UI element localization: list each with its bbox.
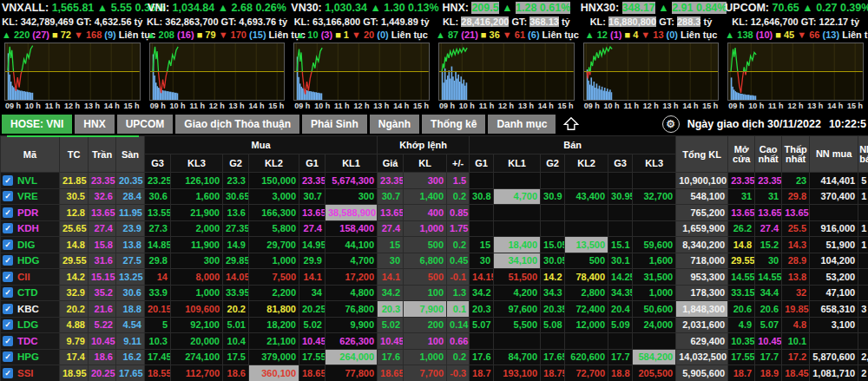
row-checkbox[interactable]: ✓ — [3, 304, 13, 314]
row-checkbox[interactable]: ✓ — [3, 175, 13, 186]
ticker-symbol[interactable]: KDH — [17, 223, 39, 233]
col-header-foreign-sell-clipped[interactable]: NN bán — [858, 136, 868, 173]
index-panel-upcom[interactable]: UPCOM: 70.65 ▲ 0.27 0.39%KL: 12,646,700 … — [725, 1, 866, 112]
ticker-symbol[interactable]: DIG — [17, 240, 35, 250]
row-checkbox[interactable]: ✓ — [3, 240, 13, 250]
tab-thong-ke[interactable]: Thống kê — [422, 115, 485, 134]
ticker-symbol[interactable]: PDR — [17, 207, 38, 218]
cell-match-chg: 1.75 — [447, 220, 470, 237]
col-header-sell-kl3[interactable]: KL3 — [633, 154, 676, 173]
col-header-buy-g1[interactable]: G1 — [299, 154, 326, 173]
index-panel-vnxall[interactable]: VNXALL: 1,565.81 ▲ 5.55 0.36%KL: 342,789… — [2, 1, 143, 112]
cell-nn-sell-clipped: 5 — [858, 173, 868, 189]
time-tick-label: 15 h — [702, 101, 718, 112]
col-header-reference[interactable]: TC — [60, 136, 89, 173]
col-header-buy-kl2[interactable]: KL2 — [249, 154, 299, 173]
cell-tran: 10.45 — [89, 333, 116, 350]
col-header-match-price[interactable]: Giá — [378, 154, 404, 173]
ticker-symbol[interactable]: HPG — [17, 351, 39, 362]
ticker-symbol[interactable]: KBC — [17, 304, 39, 314]
ticker-symbol[interactable]: NVL — [17, 175, 37, 186]
cell-high: 15.2 — [755, 237, 782, 253]
ticker-symbol[interactable]: VRE — [17, 191, 38, 201]
index-panel-hnx[interactable]: HNX: 209.5 ▲ 1.28 0.61%KL: 28,416,200 GT… — [436, 1, 577, 112]
col-header-sell-g1[interactable]: G1 — [470, 154, 494, 173]
row-checkbox[interactable]: ✓ — [3, 319, 13, 330]
index-chart-box — [727, 43, 864, 101]
col-header-sell-kl2[interactable]: KL2 — [565, 154, 608, 173]
cell-buy-g2: 10.4 — [223, 333, 249, 350]
tab-hnx[interactable]: HNX — [75, 115, 114, 134]
col-header-high[interactable]: Cao nhất — [755, 136, 782, 173]
time-tick-label: 09 h — [294, 101, 310, 112]
row-checkbox[interactable]: ✓ — [3, 351, 13, 362]
cell-buy-kl3: 20,000 — [171, 333, 223, 350]
price-board-table: Mã TC Trần Sàn Mua Khớp lệnh Bán Tổng KL… — [0, 135, 868, 381]
row-checkbox[interactable]: ✓ — [3, 207, 13, 218]
row-checkbox[interactable]: ✓ — [3, 287, 13, 298]
col-header-total-volume[interactable]: Tổng KL — [676, 136, 728, 173]
ticker-symbol[interactable]: HDG — [17, 255, 40, 266]
col-header-buy-kl1[interactable]: KL1 — [326, 154, 378, 173]
symbol-cell: ✓CII — [1, 269, 60, 286]
col-header-buy-g3[interactable]: G3 — [145, 154, 171, 173]
symbol-wrap: ✓VRE — [3, 191, 57, 201]
col-header-low[interactable]: Thấp nhất — [782, 136, 810, 173]
cell-match-chg: 1.5 — [447, 173, 470, 189]
row-checkbox[interactable]: ✓ — [3, 368, 13, 378]
cell-sell-g1: 18.7 — [470, 365, 494, 381]
row-checkbox[interactable]: ✓ — [3, 191, 13, 201]
col-header-buy-kl3[interactable]: KL3 — [171, 154, 223, 173]
cell-sell-kl3: 1,000 — [633, 285, 676, 301]
unchanged-count: ■ 79 — [194, 30, 216, 40]
col-header-match-change[interactable]: +/- — [447, 154, 470, 173]
time-tick-label: 09 h — [728, 101, 744, 112]
tab-danh-muc[interactable]: Danh mục — [488, 115, 556, 134]
col-header-sell-g3[interactable]: G3 — [608, 154, 633, 173]
decliners-count: ▼ 20 — [349, 30, 374, 40]
tab-nganh[interactable]: Ngành — [370, 115, 419, 134]
session-status: Liên tục — [389, 30, 428, 40]
cell-open: 10.35 — [728, 333, 755, 350]
cell-buy-kl3: 1,000 — [171, 285, 223, 301]
row-checkbox[interactable]: ✓ — [3, 272, 13, 282]
index-panel-hnx30[interactable]: HNX30: 348.17 ▲ 2.91 0.84%KL: 16,880,800… — [581, 1, 722, 112]
col-header-sell-g2[interactable]: G2 — [541, 154, 565, 173]
index-panel-vni[interactable]: VNI: 1,034.84 ▲ 2.68 0.26%KL: 362,863,70… — [147, 1, 288, 112]
cell-buy-kl3: 1,600 — [171, 188, 223, 205]
cell-buy-kl2: 21,100 — [249, 333, 299, 350]
row-checkbox[interactable]: ✓ — [3, 336, 13, 346]
col-header-symbol[interactable]: Mã — [1, 136, 60, 173]
cell-buy-kl1: 300 — [326, 188, 378, 205]
index-panel-vn30[interactable]: VN30: 1,030.34 ▲ 1.30 0.13%KL: 63,166,80… — [291, 1, 432, 112]
tab-giao-dich-thoa-thuan[interactable]: Giao dịch Thỏa thuận — [175, 115, 299, 134]
cell-sell-kl3: 205,500 — [633, 365, 676, 381]
ticker-symbol[interactable]: LDG — [17, 319, 38, 330]
index-intraday-chart — [5, 43, 140, 100]
col-header-open[interactable]: Mở cửa — [728, 136, 755, 173]
ticker-symbol[interactable]: CII — [17, 272, 30, 282]
ticker-symbol[interactable]: TDC — [17, 336, 38, 346]
index-change: 2.68 0.26% — [232, 2, 286, 14]
col-header-ceiling[interactable]: Trần — [89, 136, 116, 173]
col-header-floor[interactable]: Sàn — [116, 136, 145, 173]
ticker-symbol[interactable]: SSI — [17, 368, 34, 378]
row-checkbox[interactable]: ✓ — [3, 255, 13, 266]
tab-upcom[interactable]: UPCOM — [117, 115, 174, 134]
col-header-buy-g2[interactable]: G2 — [223, 154, 249, 173]
collapse-up-arrow-icon[interactable] — [558, 116, 584, 131]
tab-hose-vni[interactable]: HOSE: VNI — [2, 115, 72, 134]
index-up-arrow-icon: ▲ — [658, 2, 668, 14]
cell-open: 18.7 — [728, 365, 755, 381]
row-checkbox[interactable]: ✓ — [3, 223, 13, 233]
tab-phai-sinh[interactable]: Phái Sinh — [302, 115, 367, 134]
ticker-symbol[interactable]: CTD — [17, 287, 38, 298]
col-header-sell-kl1[interactable]: KL1 — [494, 154, 541, 173]
cell-buy-kl1: 158,400 — [326, 220, 378, 237]
settings-gear-icon[interactable]: ⚙ — [662, 115, 680, 133]
cell-sell-kl2: 12,000 — [565, 317, 608, 333]
cell-sell-g2: 30.9 — [541, 188, 565, 205]
col-header-foreign-buy[interactable]: NN mua — [810, 136, 858, 173]
cell-sell-kl3: 584,200 — [633, 349, 676, 365]
col-header-match-volume[interactable]: KL — [404, 154, 447, 173]
